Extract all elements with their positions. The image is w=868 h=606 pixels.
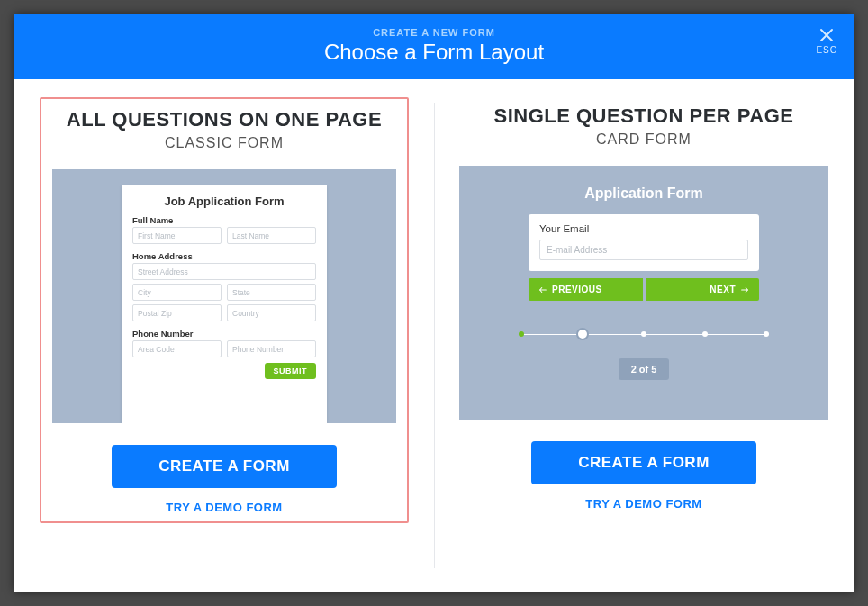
create-classic-button[interactable]: CREATE A FORM	[112, 445, 337, 488]
full-name-label: Full Name	[132, 215, 316, 225]
vertical-divider	[434, 103, 435, 568]
next-label: NEXT	[710, 285, 736, 294]
previous-button-mini: PREVIOUS	[529, 278, 643, 301]
progress-dot-1	[519, 331, 524, 337]
card-question: Your Email E-mail Address	[529, 214, 759, 271]
last-name-placeholder: Last Name	[227, 227, 316, 244]
close-button[interactable]: ESC	[816, 27, 837, 55]
card-preview-inner: Application Form Your Email E-mail Addre…	[511, 185, 777, 380]
card-question-label: Your Email	[539, 223, 748, 234]
card-question-placeholder: E-mail Address	[539, 240, 748, 260]
progress-dot-2	[576, 328, 589, 340]
demo-classic-link[interactable]: TRY A DEMO FORM	[166, 501, 282, 514]
progress-track	[521, 328, 766, 340]
street-placeholder: Street Address	[132, 263, 316, 280]
next-button-mini: NEXT	[646, 278, 760, 301]
progress-dot-4	[702, 331, 708, 337]
modal-body: ALL QUESTIONS ON ONE PAGE CLASSIC FORM J…	[14, 79, 854, 592]
previous-label: PREVIOUS	[552, 285, 602, 294]
card-preview-title: Application Form	[511, 185, 777, 202]
option-card-form[interactable]: SINGLE QUESTION PER PAGE CARD FORM Appli…	[434, 101, 854, 568]
card-preview: Application Form Your Email E-mail Addre…	[459, 166, 828, 420]
classic-subtitle: CLASSIC FORM	[165, 135, 284, 151]
postal-placeholder: Postal Zip	[132, 304, 222, 321]
classic-title: ALL QUESTIONS ON ONE PAGE	[67, 108, 382, 131]
option-classic-form[interactable]: ALL QUESTIONS ON ONE PAGE CLASSIC FORM J…	[14, 103, 434, 566]
create-card-button[interactable]: CREATE A FORM	[531, 441, 756, 484]
progress-dot-3	[641, 331, 646, 337]
modal-header: CREATE A NEW FORM Choose a Form Layout E…	[14, 14, 854, 79]
arrow-left-icon	[538, 285, 548, 294]
card-subtitle: CARD FORM	[596, 131, 692, 148]
arrow-right-icon	[739, 285, 750, 294]
country-placeholder: Country	[227, 304, 316, 321]
submit-mini-label: SUBMIT	[265, 363, 317, 379]
phone-label: Phone Number	[132, 329, 316, 339]
step-indicator: 2 of 5	[619, 358, 670, 380]
demo-card-link[interactable]: TRY A DEMO FORM	[585, 497, 701, 511]
header-title: Choose a Form Layout	[31, 40, 837, 65]
city-placeholder: City	[132, 284, 222, 301]
header-eyebrow: CREATE A NEW FORM	[31, 27, 837, 38]
close-icon	[818, 27, 835, 43]
classic-preview-card: Job Application Form Full Name First Nam…	[122, 185, 327, 423]
close-label: ESC	[816, 45, 837, 55]
phone-number-placeholder: Phone Number	[227, 340, 316, 357]
card-nav-row: PREVIOUS NEXT	[529, 278, 759, 301]
classic-preview-title: Job Application Form	[132, 194, 316, 208]
classic-preview: Job Application Form Full Name First Nam…	[52, 169, 396, 423]
area-code-placeholder: Area Code	[132, 340, 222, 357]
first-name-placeholder: First Name	[132, 227, 222, 244]
progress-dot-5	[764, 331, 769, 337]
state-placeholder: State	[227, 284, 316, 301]
card-title: SINGLE QUESTION PER PAGE	[493, 104, 793, 128]
new-form-modal: CREATE A NEW FORM Choose a Form Layout E…	[14, 14, 854, 592]
home-address-label: Home Address	[132, 251, 316, 261]
